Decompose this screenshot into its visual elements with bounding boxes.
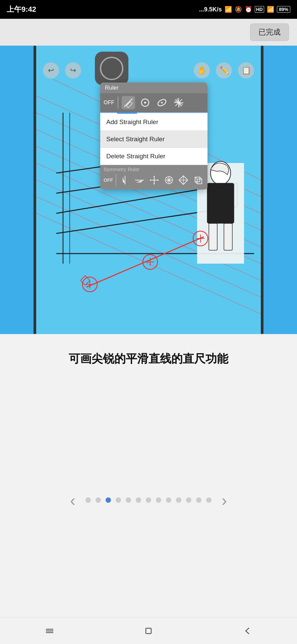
select-straight-ruler-item[interactable]: Select Straight Ruler — [100, 131, 207, 148]
battery-icon: 89% — [277, 6, 290, 13]
phone-right-edge — [261, 46, 263, 334]
pagination-dots — [85, 497, 212, 503]
svg-marker-52 — [136, 180, 143, 182]
svg-marker-56 — [153, 176, 155, 177]
svg-rect-24 — [207, 183, 234, 223]
signal-icon: 📶 — [267, 6, 274, 13]
svg-marker-59 — [158, 179, 159, 181]
circle-ruler-icon[interactable] — [138, 96, 152, 109]
main-content: ↩ ↪ ✋ ✏️ 📋 Ruler OFF — [0, 46, 297, 546]
mute-icon: 🔕 — [235, 6, 242, 13]
dot-2[interactable] — [96, 497, 101, 503]
delete-straight-ruler-item[interactable]: Delete Straight Ruler — [100, 148, 207, 165]
bottom-nav — [0, 617, 297, 644]
phone-area: ↩ ↪ ✋ ✏️ 📋 Ruler OFF — [0, 46, 297, 334]
svg-marker-57 — [153, 183, 155, 184]
layers-icon[interactable]: 📋 — [238, 62, 254, 78]
symmetry-off-label[interactable]: OFF — [104, 177, 113, 183]
sym-3d-icon[interactable] — [192, 173, 204, 187]
description-text: 可画尖锐的平滑直线的直尺功能 — [27, 351, 270, 367]
dot-4[interactable] — [116, 497, 121, 503]
dot-10[interactable] — [176, 497, 181, 503]
sym-diamond-icon[interactable] — [178, 173, 190, 187]
svg-rect-25 — [209, 223, 217, 250]
dot-1[interactable] — [85, 497, 91, 503]
undo-icon[interactable]: ↩ — [43, 62, 59, 78]
svg-rect-39 — [126, 102, 132, 108]
menu-nav-icon[interactable] — [40, 621, 60, 641]
done-button[interactable]: 已完成 — [250, 23, 289, 41]
status-time: 上午9:42 — [7, 4, 36, 14]
network-indicator: ...9.5K/s — [199, 6, 222, 13]
drawing-canvas: ↩ ↪ ✋ ✏️ 📋 Ruler OFF — [36, 46, 261, 334]
prev-arrow[interactable]: ‹ — [60, 491, 85, 509]
sym-radial-icon[interactable] — [163, 173, 175, 187]
svg-rect-26 — [224, 223, 232, 250]
symmetry-icons-row: OFF — [104, 173, 204, 187]
ruler-menu-header: Ruler — [100, 83, 207, 93]
phone-left-edge — [34, 46, 36, 334]
ruler-off-label[interactable]: OFF — [104, 100, 114, 106]
dot-12[interactable] — [196, 497, 201, 503]
svg-marker-50 — [123, 177, 125, 183]
add-straight-ruler-item[interactable]: Add Straight Ruler — [100, 114, 207, 131]
ruler-icons-row: OFF — [100, 93, 207, 113]
eraser-icon[interactable]: ✏️ — [216, 62, 232, 78]
top-bar: 已完成 — [0, 19, 297, 46]
svg-point-43 — [161, 102, 163, 104]
ruler-menu: Ruler OFF — [100, 83, 207, 190]
status-bar: 上午9:42 ...9.5K/s 📶 🔕 ⏰ HD 📶 89% — [0, 0, 297, 19]
dot-8[interactable] — [156, 497, 161, 503]
svg-rect-76 — [146, 628, 151, 634]
ellipse-ruler-icon[interactable] — [155, 96, 169, 109]
status-right: ...9.5K/s 📶 🔕 ⏰ HD 📶 89% — [199, 6, 290, 13]
dot-6[interactable] — [136, 497, 141, 503]
sym-horizontal-icon[interactable] — [133, 173, 145, 187]
alarm-icon: ⏰ — [245, 6, 252, 13]
svg-marker-58 — [150, 179, 151, 181]
redo-icon[interactable]: ↪ — [65, 62, 81, 78]
sym-4way-icon[interactable] — [148, 173, 160, 187]
bluetooth-icon: 📶 — [225, 6, 232, 13]
straight-ruler-icon[interactable] — [122, 96, 135, 109]
home-nav-icon[interactable] — [138, 621, 159, 641]
back-nav-icon[interactable] — [237, 621, 257, 641]
dot-7[interactable] — [146, 497, 151, 503]
next-arrow[interactable]: › — [212, 491, 237, 509]
hand-tool-icon[interactable]: ✋ — [194, 62, 210, 78]
pagination: ‹ › — [0, 481, 297, 520]
dot-5[interactable] — [126, 497, 131, 503]
sym-vertical-icon[interactable] — [119, 173, 131, 187]
dot-9[interactable] — [166, 497, 171, 503]
radial-ruler-icon[interactable] — [172, 96, 185, 109]
description-area: 可画尖锐的平滑直线的直尺功能 — [0, 334, 297, 387]
symmetry-header: Symmetry Ruler — [104, 166, 204, 172]
svg-line-38 — [124, 99, 132, 107]
float-action-button[interactable] — [95, 52, 128, 85]
dot-3[interactable] — [106, 497, 111, 503]
dot-13[interactable] — [206, 497, 212, 503]
dot-11[interactable] — [186, 497, 191, 503]
symmetry-section: Symmetry Ruler OFF — [100, 165, 207, 190]
svg-point-41 — [144, 102, 146, 104]
float-btn-circle — [100, 57, 123, 80]
hd-badge: HD — [255, 6, 264, 13]
